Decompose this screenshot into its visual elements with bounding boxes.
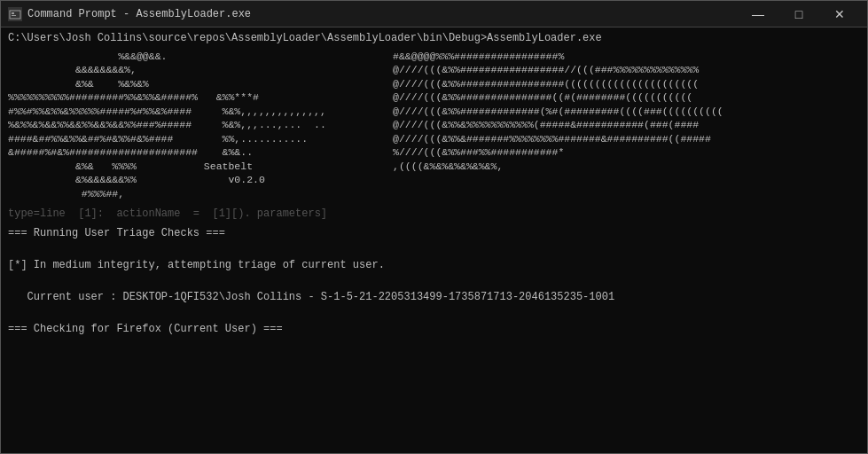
title-bar: Command Prompt - AssemblyLoader.exe — □ … [1, 1, 867, 27]
maximize-button[interactable]: □ [778, 1, 819, 27]
svg-rect-0 [10, 11, 20, 19]
blank-line-1 [8, 241, 860, 257]
svg-rect-2 [12, 15, 16, 16]
ascii-art-left: %&&@@&&. &&&&&&&&%, &%& %&%&% %%%%%%%%%%… [8, 50, 326, 201]
checking-header: === Checking for Firefox (Current User) … [8, 321, 860, 337]
close-button[interactable]: ✕ [819, 1, 860, 27]
cwd-line: C:\Users\Josh Collins\source\repos\Assem… [8, 31, 860, 46]
window-icon [8, 7, 22, 21]
minimize-button[interactable]: — [738, 1, 778, 27]
svg-rect-1 [12, 12, 14, 14]
main-window: Command Prompt - AssemblyLoader.exe — □ … [0, 0, 868, 454]
window-title: Command Prompt - AssemblyLoader.exe [27, 8, 738, 20]
blank-line-3 [8, 305, 860, 321]
ascii-art-section: %&&@@&&. &&&&&&&&%, &%& %&%&% %%%%%%%%%%… [8, 48, 860, 203]
type-line: type=line [1]: actionName = [1][). param… [8, 206, 860, 222]
blank-line-2 [8, 273, 860, 289]
running-header: === Running User Triage Checks === [8, 225, 860, 241]
console-output: C:\Users\Josh Collins\source\repos\Assem… [1, 27, 867, 453]
current-user-line: Current user : DESKTOP-1QFI532\Josh Coll… [8, 289, 860, 305]
ascii-art-right: #&&@@@@%%%#################% @////(((&%%… [344, 50, 723, 201]
integrity-line: [*] In medium integrity, attempting tria… [8, 257, 860, 273]
window-controls: — □ ✕ [738, 1, 860, 27]
